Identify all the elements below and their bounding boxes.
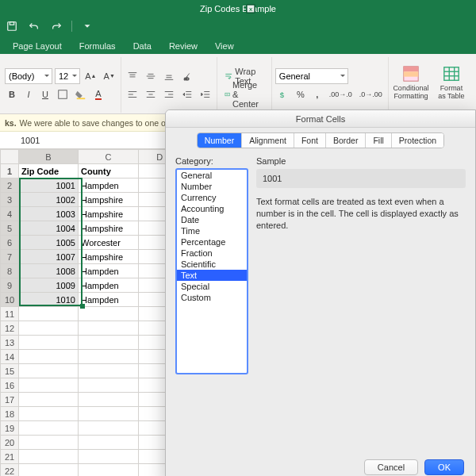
row-header[interactable]: 15	[1, 364, 19, 378]
undo-icon[interactable]	[27, 19, 41, 33]
row-header[interactable]: 21	[1, 450, 19, 464]
cell[interactable]	[78, 321, 138, 336]
category-item-text[interactable]: Text	[177, 270, 247, 281]
column-header-B[interactable]: B	[19, 150, 79, 164]
row-header[interactable]: 14	[1, 350, 19, 364]
category-item-accounting[interactable]: Accounting	[177, 203, 247, 214]
font-color-icon[interactable]: A	[91, 86, 106, 102]
cell[interactable]: 1002	[19, 193, 79, 207]
row-header[interactable]: 6	[1, 236, 19, 250]
dialog-tab-alignment[interactable]: Alignment	[242, 133, 294, 148]
category-list[interactable]: GeneralNumberCurrencyAccountingDateTimeP…	[175, 168, 248, 374]
row-header[interactable]: 19	[1, 421, 19, 436]
cell[interactable]: Hampden	[78, 178, 138, 193]
category-item-general[interactable]: General	[177, 170, 247, 181]
cell[interactable]	[19, 393, 79, 407]
align-middle-icon[interactable]	[143, 68, 159, 84]
bold-icon[interactable]: B	[5, 86, 19, 102]
accounting-format-icon[interactable]: $	[275, 86, 291, 102]
cell[interactable]	[19, 378, 79, 393]
cell[interactable]: Hampshire	[78, 207, 138, 221]
category-item-scientific[interactable]: Scientific	[177, 259, 247, 270]
cell[interactable]: 1009	[19, 278, 79, 293]
merge-center-button[interactable]: Merge & Center	[221, 86, 268, 102]
row-header[interactable]: 11	[1, 307, 19, 321]
category-item-date[interactable]: Date	[177, 214, 247, 225]
decrease-decimal-icon[interactable]: .0→.00	[357, 86, 385, 102]
cell[interactable]: 1001	[19, 178, 79, 193]
cell[interactable]: 1010	[19, 293, 79, 307]
increase-indent-icon[interactable]	[198, 86, 213, 102]
font-size-combo[interactable]: 12	[55, 68, 80, 84]
tab-page-layout[interactable]: Page Layout	[5, 38, 70, 54]
cell[interactable]: Worcester	[78, 236, 138, 250]
dialog-tab-font[interactable]: Font	[294, 133, 326, 148]
cell[interactable]	[19, 350, 79, 364]
select-all-corner[interactable]	[1, 150, 19, 164]
decrease-font-icon[interactable]: A▼	[102, 68, 117, 84]
tab-formulas[interactable]: Formulas	[71, 38, 124, 54]
cell[interactable]	[78, 378, 138, 393]
increase-decimal-icon[interactable]: .00→.0	[327, 86, 355, 102]
row-header[interactable]: 12	[1, 321, 19, 336]
cancel-button[interactable]: Cancel	[364, 459, 418, 475]
row-header[interactable]: 13	[1, 336, 19, 350]
row-header[interactable]: 20	[1, 436, 19, 450]
italic-icon[interactable]: I	[21, 86, 36, 102]
format-as-table-button[interactable]: Format as Table	[432, 59, 470, 106]
tab-view[interactable]: View	[207, 38, 242, 54]
row-header[interactable]: 9	[1, 278, 19, 293]
dialog-tab-protection[interactable]: Protection	[392, 133, 443, 148]
save-icon[interactable]	[5, 19, 19, 33]
border-icon[interactable]	[55, 86, 71, 102]
align-left-icon[interactable]	[125, 86, 140, 102]
row-header[interactable]: 18	[1, 407, 19, 421]
column-header-C[interactable]: C	[78, 150, 138, 164]
cell[interactable]	[19, 364, 79, 378]
cell[interactable]	[19, 421, 79, 436]
cell[interactable]: 1003	[19, 207, 79, 221]
cell[interactable]: Hampden	[78, 264, 138, 278]
cell[interactable]	[78, 307, 138, 321]
row-header[interactable]: 17	[1, 393, 19, 407]
cell[interactable]	[78, 450, 138, 464]
cell[interactable]	[19, 307, 79, 321]
tab-review[interactable]: Review	[161, 38, 205, 54]
cell[interactable]: Hampshire	[78, 193, 138, 207]
percent-format-icon[interactable]: %	[294, 86, 308, 102]
cell[interactable]: 1008	[19, 264, 79, 278]
row-header[interactable]: 1	[1, 164, 19, 178]
tab-data[interactable]: Data	[125, 38, 159, 54]
underline-icon[interactable]: U	[38, 86, 52, 102]
ok-button[interactable]: OK	[424, 459, 464, 475]
qat-dropdown-icon[interactable]	[80, 19, 94, 33]
row-header[interactable]: 10	[1, 293, 19, 307]
align-bottom-icon[interactable]	[161, 68, 177, 84]
align-right-icon[interactable]	[161, 86, 177, 102]
cell[interactable]: Hampshire	[78, 250, 138, 264]
cell-styles-button[interactable]: Cell Styles	[473, 59, 476, 106]
align-center-icon[interactable]	[143, 86, 159, 102]
cell[interactable]	[19, 436, 79, 450]
category-item-number[interactable]: Number	[177, 181, 247, 192]
cell[interactable]	[78, 407, 138, 421]
dialog-tab-number[interactable]: Number	[198, 133, 242, 148]
row-header[interactable]: 22	[1, 464, 19, 477]
category-item-time[interactable]: Time	[177, 225, 247, 236]
align-top-icon[interactable]	[125, 68, 140, 84]
category-item-percentage[interactable]: Percentage	[177, 236, 247, 248]
cell[interactable]	[78, 393, 138, 407]
fill-color-icon[interactable]	[73, 86, 89, 102]
increase-font-icon[interactable]: A▲	[83, 68, 98, 84]
cell[interactable]: Hampden	[78, 293, 138, 307]
category-item-special[interactable]: Special	[177, 281, 247, 292]
cell[interactable]	[78, 421, 138, 436]
cell[interactable]	[19, 407, 79, 421]
row-header[interactable]: 8	[1, 264, 19, 278]
cell[interactable]	[19, 336, 79, 350]
cell[interactable]	[78, 436, 138, 450]
cell[interactable]	[78, 464, 138, 477]
category-item-fraction[interactable]: Fraction	[177, 248, 247, 259]
row-header[interactable]: 3	[1, 193, 19, 207]
font-name-combo[interactable]: (Body)	[5, 68, 52, 84]
